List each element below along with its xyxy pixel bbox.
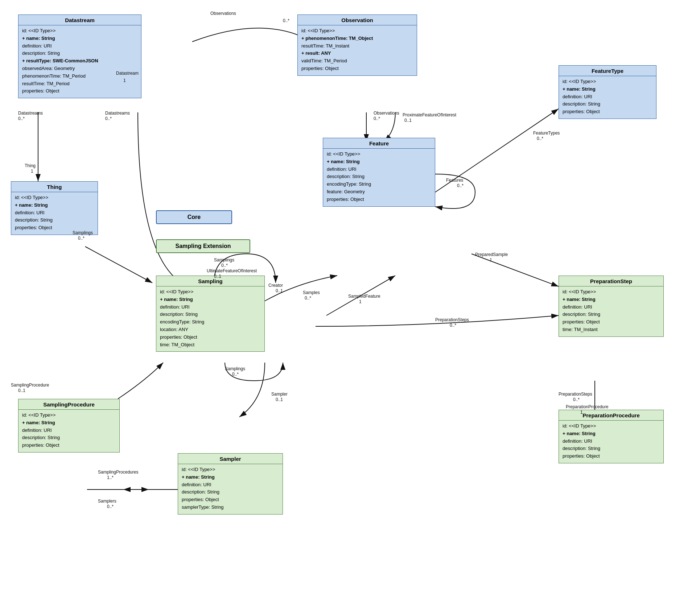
obs-attr-5: properties: Object	[301, 65, 413, 73]
samplingprocedure-conn-text: SamplingProcedure	[11, 383, 49, 388]
ft-attr-1: + name: String	[563, 86, 652, 93]
ps-attr-1: + name: String	[563, 296, 660, 303]
conn-observations-right-mult: 0..*	[374, 116, 380, 121]
conn-samplingprocedure: SamplingProcedure	[11, 383, 49, 388]
obs-right-mult-text: 0..*	[374, 116, 380, 121]
obs-attr-1: + phenomenonTime: TM_Object	[301, 35, 413, 42]
conn-preparedsample: PreparedSample	[475, 252, 508, 257]
obs-attr-2: resultTime: TM_Instant	[301, 42, 413, 50]
samplers-text: Samplers	[98, 499, 116, 504]
proximate-foi-mult-text: 0..1	[404, 118, 412, 123]
preparationstep-box: PreparationStep id: <<ID Type>> + name: …	[559, 276, 664, 337]
samples-mult-text: 0..*	[305, 296, 311, 301]
conn-samples-mult: 0..*	[305, 296, 311, 301]
thing-attr-2: definition: URI	[15, 209, 94, 217]
conn-samplings-bottom-mult: 0..*	[232, 372, 239, 377]
datastream-left-mult-text: 1	[123, 78, 126, 83]
sampler-conn-text: Sampler	[271, 392, 288, 397]
datastreams-left-text: Datastreams	[18, 111, 43, 116]
samplings-thing-mult-text: 0..*	[78, 236, 85, 241]
samplingprocedures-text: SamplingProcedures	[98, 470, 138, 475]
ft-attr-0: id: <<ID Type>>	[563, 78, 652, 86]
conn-sampler-mult: 0..1	[276, 397, 283, 402]
conn-ultimate-foi-mult: 0..1	[214, 274, 221, 279]
samplings-bottom-mult-text: 0..*	[232, 372, 239, 377]
conn-thing-mult: 1	[31, 169, 33, 174]
samp-attr-7: time: TM_Object	[160, 341, 261, 349]
samp-attr-2: definition: URI	[160, 303, 261, 311]
conn-preparationsteps2: PreparationSteps	[559, 392, 592, 397]
ps-attr-0: id: <<ID Type>>	[563, 288, 660, 296]
sampling-extension-text: Sampling Extension	[176, 243, 231, 249]
samplingprocedures-mult-text: 1..*	[107, 475, 114, 480]
sampler-attr-5: samplerType: String	[182, 504, 279, 511]
conn-featuretypes-mult: 0..*	[537, 136, 543, 141]
conn-datastream-left: Datastream	[116, 71, 139, 76]
ds-attr-2: definition: URI	[22, 42, 137, 50]
conn-proximate-foi-mult: 0..1	[404, 118, 412, 123]
conn-samplings-top: Samplings	[214, 257, 234, 263]
feat-attr-0: id: <<ID Type>>	[327, 150, 431, 158]
obs-attr-0: id: <<ID Type>>	[301, 27, 413, 35]
conn-preparedsample-mult: 1	[490, 257, 492, 263]
conn-sampledfeature-mult: 1	[359, 299, 362, 304]
samp-attr-0: id: <<ID Type>>	[160, 288, 261, 296]
featuretype-box: FeatureType id: <<ID Type>> + name: Stri…	[559, 65, 656, 119]
ds-attr-0: id: <<ID Type>>	[22, 27, 137, 35]
conn-featuretypes: FeatureTypes	[533, 131, 560, 136]
pp-attr-4: properties: Object	[563, 453, 660, 460]
ultimate-foi-mult-text: 0..1	[214, 274, 221, 279]
sampler-box: Sampler id: <<ID Type>> + name: String d…	[178, 453, 283, 515]
conn-preparationsteps: PreparationSteps	[435, 317, 469, 322]
creator-text: Creator	[268, 283, 283, 288]
conn-features-mult: 0..*	[457, 183, 464, 188]
preparationprocedure-header: PreparationProcedure	[559, 410, 663, 421]
conn-samples: Samples	[303, 290, 320, 295]
sampling-title: Sampling	[198, 278, 223, 284]
features-text: Features	[446, 178, 463, 183]
svg-line-8	[472, 254, 559, 286]
conn-preparationsteps-mult: 0..*	[450, 323, 456, 328]
samp-attr-6: properties: Object	[160, 334, 261, 341]
conn-datastreams-center-mult: 0..*	[105, 116, 112, 121]
feat-attr-3: description: String	[327, 173, 431, 181]
feature-box: Feature id: <<ID Type>> + name: String d…	[323, 138, 435, 207]
featuretype-title: FeatureType	[592, 68, 623, 74]
sampledfeature-mult-text: 1	[359, 299, 362, 304]
thing-title: Thing	[47, 184, 62, 190]
ds-attr-4: + resultType: SWE-CommonJSON	[22, 57, 137, 65]
datastream-body: id: <<ID Type>> + name: String definitio…	[18, 25, 141, 98]
thing-mult-text: 1	[31, 169, 33, 174]
feat-attr-2: definition: URI	[327, 166, 431, 173]
preparationsteps-mult-text: 0..*	[450, 323, 456, 328]
sampling-body: id: <<ID Type>> + name: String definitio…	[156, 286, 264, 351]
thing-attr-0: id: <<ID Type>>	[15, 194, 94, 202]
samplingprocedure-header: SamplingProcedure	[18, 399, 119, 410]
conn-datastreams-center: Datastreams	[105, 111, 130, 116]
preparationstep-body: id: <<ID Type>> + name: String definitio…	[559, 286, 663, 336]
obs-attr-3: + result: ANY	[301, 50, 413, 57]
observation-body: id: <<ID Type>> + phenomenonTime: TM_Obj…	[298, 25, 417, 75]
sp-attr-3: description: String	[22, 434, 116, 442]
samplingprocedure-body: id: <<ID Type>> + name: String definitio…	[18, 410, 119, 452]
ultimate-foi-text: UltimateFeatureOfInterest	[207, 268, 257, 273]
features-mult-text: 0..*	[457, 183, 464, 188]
ft-attr-3: description: String	[563, 100, 652, 108]
observation-title: Observation	[341, 17, 373, 23]
conn-datastream-left-mult: 1	[123, 78, 126, 83]
samp-attr-1: + name: String	[160, 296, 261, 303]
datastream-title: Datastream	[65, 17, 95, 23]
thing-body: id: <<ID Type>> + name: String definitio…	[11, 192, 98, 235]
ps-attr-4: properties: Object	[563, 318, 660, 326]
observation-header: Observation	[298, 15, 417, 25]
samples-text: Samples	[303, 290, 320, 295]
ds-attr-1: + name: String	[22, 35, 137, 42]
datastream-left-text: Datastream	[116, 71, 139, 76]
conn-samplings-bottom: Samplings	[225, 366, 245, 371]
thing-box: Thing id: <<ID Type>> + name: String def…	[11, 181, 98, 235]
pp-attr-0: id: <<ID Type>>	[563, 422, 660, 430]
featuretype-header: FeatureType	[559, 66, 656, 76]
conn-datastreams-left-mult: 0..*	[18, 116, 25, 121]
conn-observations-top: Observations	[210, 11, 236, 16]
conn-samplers-mult: 0..*	[107, 504, 114, 509]
